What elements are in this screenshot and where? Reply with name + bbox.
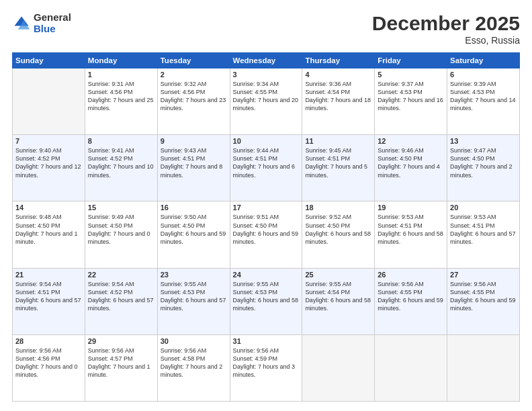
header: General Blue December 2025 Esso, Russia bbox=[12, 12, 520, 46]
day-number: 24 bbox=[233, 271, 300, 279]
logo-text: General Blue bbox=[34, 12, 71, 34]
day-info: Sunrise: 9:52 AMSunset: 4:50 PMDaylight:… bbox=[305, 213, 371, 246]
day-number: 6 bbox=[450, 71, 517, 79]
day-info: Sunrise: 9:53 AMSunset: 4:51 PMDaylight:… bbox=[450, 213, 517, 246]
location: Esso, Russia bbox=[372, 35, 520, 46]
week-row: 14Sunrise: 9:48 AMSunset: 4:50 PMDayligh… bbox=[13, 201, 520, 268]
logo: General Blue bbox=[12, 12, 71, 34]
day-info: Sunrise: 9:55 AMSunset: 4:53 PMDaylight:… bbox=[161, 280, 227, 313]
day-info: Sunrise: 9:46 AMSunset: 4:50 PMDaylight:… bbox=[378, 146, 444, 179]
col-header-tuesday: Tuesday bbox=[157, 53, 230, 68]
day-cell: 23Sunrise: 9:55 AMSunset: 4:53 PMDayligh… bbox=[157, 268, 230, 334]
day-cell: 12Sunrise: 9:46 AMSunset: 4:50 PMDayligh… bbox=[375, 135, 447, 201]
day-cell: 22Sunrise: 9:54 AMSunset: 4:52 PMDayligh… bbox=[85, 268, 157, 334]
day-info: Sunrise: 9:41 AMSunset: 4:52 PMDaylight:… bbox=[88, 146, 154, 179]
day-number: 19 bbox=[378, 203, 444, 212]
day-info: Sunrise: 9:47 AMSunset: 4:50 PMDaylight:… bbox=[450, 146, 517, 179]
day-info: Sunrise: 9:48 AMSunset: 4:50 PMDaylight:… bbox=[15, 213, 82, 246]
day-info: Sunrise: 9:54 AMSunset: 4:51 PMDaylight:… bbox=[15, 280, 82, 313]
day-info: Sunrise: 9:49 AMSunset: 4:50 PMDaylight:… bbox=[88, 213, 154, 246]
day-cell: 16Sunrise: 9:50 AMSunset: 4:50 PMDayligh… bbox=[157, 201, 230, 268]
day-number: 18 bbox=[305, 203, 371, 212]
day-number: 7 bbox=[15, 137, 82, 145]
day-number: 1 bbox=[88, 71, 154, 79]
col-header-saturday: Saturday bbox=[447, 53, 520, 68]
day-number: 26 bbox=[378, 271, 444, 279]
day-cell: 2Sunrise: 9:32 AMSunset: 4:56 PMDaylight… bbox=[157, 68, 230, 135]
week-row: 28Sunrise: 9:56 AMSunset: 4:56 PMDayligh… bbox=[13, 334, 520, 401]
day-number: 4 bbox=[305, 71, 371, 79]
day-info: Sunrise: 9:54 AMSunset: 4:52 PMDaylight:… bbox=[88, 280, 154, 313]
day-info: Sunrise: 9:56 AMSunset: 4:55 PMDaylight:… bbox=[450, 280, 517, 313]
day-number: 21 bbox=[15, 271, 82, 279]
day-info: Sunrise: 9:56 AMSunset: 4:58 PMDaylight:… bbox=[161, 347, 227, 379]
day-info: Sunrise: 9:55 AMSunset: 4:54 PMDaylight:… bbox=[305, 280, 371, 313]
day-number: 27 bbox=[450, 271, 517, 279]
day-cell: 3Sunrise: 9:34 AMSunset: 4:55 PMDaylight… bbox=[230, 68, 302, 135]
col-header-friday: Friday bbox=[375, 53, 447, 68]
day-cell bbox=[13, 68, 85, 135]
day-cell: 7Sunrise: 9:40 AMSunset: 4:52 PMDaylight… bbox=[13, 135, 85, 201]
day-info: Sunrise: 9:56 AMSunset: 4:56 PMDaylight:… bbox=[15, 347, 82, 379]
day-info: Sunrise: 9:40 AMSunset: 4:52 PMDaylight:… bbox=[15, 146, 82, 179]
day-cell: 28Sunrise: 9:56 AMSunset: 4:56 PMDayligh… bbox=[13, 334, 85, 401]
day-cell: 19Sunrise: 9:53 AMSunset: 4:51 PMDayligh… bbox=[375, 201, 447, 268]
day-cell: 27Sunrise: 9:56 AMSunset: 4:55 PMDayligh… bbox=[447, 268, 520, 334]
day-cell: 4Sunrise: 9:36 AMSunset: 4:54 PMDaylight… bbox=[302, 68, 375, 135]
day-cell: 11Sunrise: 9:45 AMSunset: 4:51 PMDayligh… bbox=[302, 135, 375, 201]
day-info: Sunrise: 9:32 AMSunset: 4:56 PMDaylight:… bbox=[161, 80, 227, 113]
day-number: 30 bbox=[161, 337, 227, 345]
day-number: 23 bbox=[161, 271, 227, 279]
day-number: 12 bbox=[378, 137, 444, 145]
day-number: 2 bbox=[161, 71, 227, 79]
day-cell: 10Sunrise: 9:44 AMSunset: 4:51 PMDayligh… bbox=[230, 135, 302, 201]
day-info: Sunrise: 9:37 AMSunset: 4:53 PMDaylight:… bbox=[378, 80, 444, 113]
day-info: Sunrise: 9:39 AMSunset: 4:53 PMDaylight:… bbox=[450, 80, 517, 113]
month-title: December 2025 bbox=[372, 12, 520, 35]
day-cell: 5Sunrise: 9:37 AMSunset: 4:53 PMDaylight… bbox=[375, 68, 447, 135]
day-info: Sunrise: 9:55 AMSunset: 4:53 PMDaylight:… bbox=[233, 280, 300, 313]
day-number: 9 bbox=[161, 137, 227, 145]
day-number: 31 bbox=[233, 337, 300, 345]
logo-general: General bbox=[34, 12, 71, 24]
day-info: Sunrise: 9:56 AMSunset: 4:55 PMDaylight:… bbox=[378, 280, 444, 313]
col-header-sunday: Sunday bbox=[13, 53, 85, 68]
day-cell: 18Sunrise: 9:52 AMSunset: 4:50 PMDayligh… bbox=[302, 201, 375, 268]
day-number: 3 bbox=[233, 71, 300, 79]
day-cell bbox=[375, 334, 447, 401]
day-number: 5 bbox=[378, 71, 444, 79]
page: General Blue December 2025 Esso, Russia … bbox=[0, 0, 532, 411]
day-number: 20 bbox=[450, 203, 517, 212]
day-cell: 26Sunrise: 9:56 AMSunset: 4:55 PMDayligh… bbox=[375, 268, 447, 334]
day-info: Sunrise: 9:51 AMSunset: 4:50 PMDaylight:… bbox=[233, 213, 300, 246]
day-info: Sunrise: 9:43 AMSunset: 4:51 PMDaylight:… bbox=[161, 146, 227, 179]
day-cell: 25Sunrise: 9:55 AMSunset: 4:54 PMDayligh… bbox=[302, 268, 375, 334]
logo-icon bbox=[12, 14, 31, 33]
week-row: 1Sunrise: 9:31 AMSunset: 4:56 PMDaylight… bbox=[13, 68, 520, 135]
day-info: Sunrise: 9:50 AMSunset: 4:50 PMDaylight:… bbox=[161, 213, 227, 246]
title-block: December 2025 Esso, Russia bbox=[372, 12, 520, 46]
col-header-thursday: Thursday bbox=[302, 53, 375, 68]
day-cell: 21Sunrise: 9:54 AMSunset: 4:51 PMDayligh… bbox=[13, 268, 85, 334]
week-row: 7Sunrise: 9:40 AMSunset: 4:52 PMDaylight… bbox=[13, 135, 520, 201]
day-cell: 8Sunrise: 9:41 AMSunset: 4:52 PMDaylight… bbox=[85, 135, 157, 201]
day-cell: 13Sunrise: 9:47 AMSunset: 4:50 PMDayligh… bbox=[447, 135, 520, 201]
day-number: 28 bbox=[15, 337, 82, 345]
day-cell: 6Sunrise: 9:39 AMSunset: 4:53 PMDaylight… bbox=[447, 68, 520, 135]
day-cell bbox=[447, 334, 520, 401]
day-cell: 24Sunrise: 9:55 AMSunset: 4:53 PMDayligh… bbox=[230, 268, 302, 334]
day-info: Sunrise: 9:44 AMSunset: 4:51 PMDaylight:… bbox=[233, 146, 300, 179]
col-header-wednesday: Wednesday bbox=[230, 53, 302, 68]
day-number: 13 bbox=[450, 137, 517, 145]
logo-blue: Blue bbox=[34, 24, 71, 35]
day-cell: 20Sunrise: 9:53 AMSunset: 4:51 PMDayligh… bbox=[447, 201, 520, 268]
day-number: 10 bbox=[233, 137, 300, 145]
day-info: Sunrise: 9:56 AMSunset: 4:59 PMDaylight:… bbox=[233, 347, 300, 379]
day-cell: 17Sunrise: 9:51 AMSunset: 4:50 PMDayligh… bbox=[230, 201, 302, 268]
day-info: Sunrise: 9:53 AMSunset: 4:51 PMDaylight:… bbox=[378, 213, 444, 246]
day-cell: 1Sunrise: 9:31 AMSunset: 4:56 PMDaylight… bbox=[85, 68, 157, 135]
day-number: 22 bbox=[88, 271, 154, 279]
day-number: 29 bbox=[88, 337, 154, 345]
calendar-table: SundayMondayTuesdayWednesdayThursdayFrid… bbox=[12, 52, 520, 402]
day-cell: 14Sunrise: 9:48 AMSunset: 4:50 PMDayligh… bbox=[13, 201, 85, 268]
